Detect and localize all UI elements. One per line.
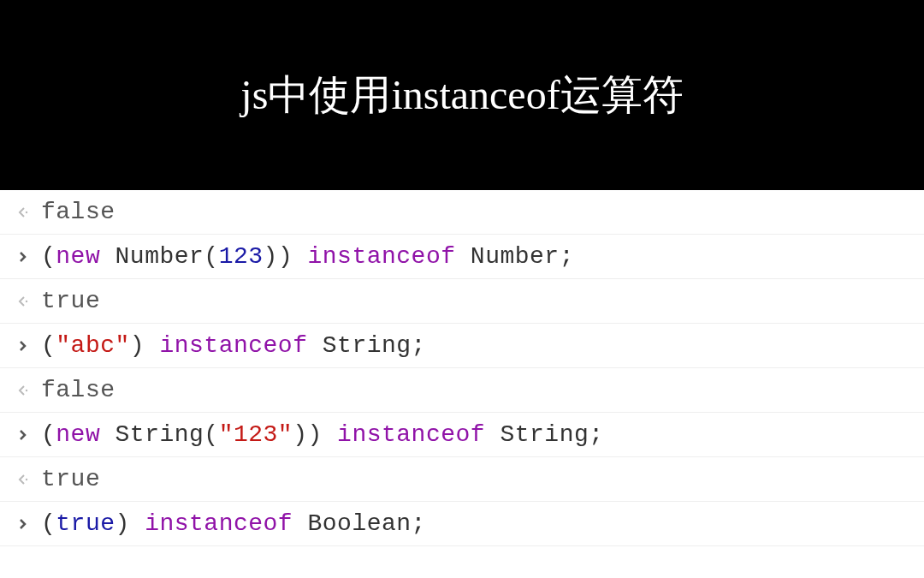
output-result-icon <box>17 206 41 218</box>
header: js中使用instanceof运算符 <box>0 0 924 190</box>
console-row-content: (new String("123")) instanceof String; <box>41 421 911 448</box>
code-token: instanceof <box>159 332 307 359</box>
code-token: "abc" <box>56 332 130 359</box>
code-token: true <box>56 510 115 537</box>
console-input-row[interactable]: (new Number(123)) instanceof Number; <box>0 235 924 279</box>
code-token: String; <box>307 332 425 359</box>
code-token: ( <box>41 421 56 448</box>
code-token: 123 <box>219 243 264 270</box>
output-result-icon <box>17 384 41 396</box>
code-token: true <box>41 288 100 314</box>
input-prompt-icon <box>17 429 41 441</box>
console-panel: false(new Number(123)) instanceof Number… <box>0 190 924 546</box>
svg-point-1 <box>26 300 27 301</box>
code-token: true <box>41 466 100 492</box>
code-token: ( <box>41 332 56 359</box>
code-token: ( <box>41 510 56 537</box>
code-token: false <box>41 199 116 225</box>
code-token: ( <box>41 243 56 270</box>
console-output-row[interactable]: true <box>0 279 924 324</box>
console-output-row[interactable]: true <box>0 457 924 502</box>
console-output-row[interactable]: false <box>0 368 924 413</box>
input-prompt-icon <box>17 340 41 352</box>
code-token: String( <box>100 421 218 448</box>
svg-point-2 <box>26 389 27 390</box>
code-token: instanceof <box>337 421 485 448</box>
code-token: Boolean; <box>293 510 426 537</box>
console-row-content: false <box>41 377 911 403</box>
code-token: "123" <box>219 421 293 448</box>
code-token: Number( <box>100 243 218 270</box>
console-input-row[interactable]: (true) instanceof Boolean; <box>0 502 924 546</box>
console-row-content: (new Number(123)) instanceof Number; <box>41 243 911 270</box>
svg-point-0 <box>26 211 27 212</box>
console-row-content: ("abc") instanceof String; <box>41 332 911 359</box>
output-result-icon <box>17 474 41 486</box>
code-token: Number; <box>456 243 574 270</box>
console-row-content: true <box>41 466 911 492</box>
console-row-content: false <box>41 199 911 225</box>
console-row-content: (true) instanceof Boolean; <box>41 510 911 537</box>
code-token: new <box>56 421 100 448</box>
page-title: js中使用instanceof运算符 <box>240 68 683 122</box>
console-row-content: true <box>41 288 911 314</box>
code-token: false <box>41 377 116 403</box>
console-output-row[interactable]: false <box>0 190 924 235</box>
code-token: instanceof <box>308 243 456 270</box>
svg-point-3 <box>26 478 27 480</box>
code-token: instanceof <box>145 510 293 537</box>
input-prompt-icon <box>17 518 41 530</box>
console-input-row[interactable]: (new String("123")) instanceof String; <box>0 413 924 457</box>
code-token: )) <box>293 421 337 448</box>
code-token: ) <box>130 332 160 359</box>
code-token: new <box>56 243 100 270</box>
output-result-icon <box>17 295 41 307</box>
code-token: )) <box>264 243 308 270</box>
console-input-row[interactable]: ("abc") instanceof String; <box>0 324 924 368</box>
code-token: String; <box>485 421 603 448</box>
input-prompt-icon <box>17 251 41 263</box>
code-token: ) <box>116 510 145 537</box>
